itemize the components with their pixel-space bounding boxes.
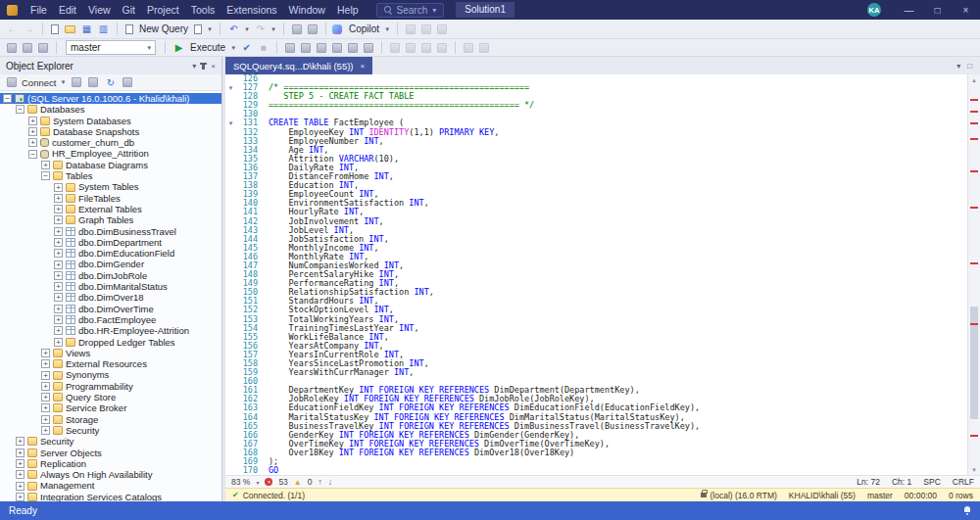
code-line[interactable]: ); <box>269 457 967 466</box>
chevron-down-icon[interactable]: ▾ <box>243 22 251 36</box>
prev-issue-icon[interactable]: ↑ <box>318 477 322 487</box>
scroll-down-icon[interactable]: ▼ <box>968 464 980 475</box>
expand-icon[interactable]: + <box>16 459 24 468</box>
expand-icon[interactable]: + <box>41 359 50 368</box>
tree-item[interactable]: +Database Diagrams <box>0 160 221 170</box>
expand-icon[interactable]: + <box>28 127 37 136</box>
fold-marker-icon[interactable]: ▾ <box>225 83 236 92</box>
tree-item[interactable]: +Query Store <box>0 392 221 402</box>
tree-item[interactable]: +dbo.DimJobRole <box>0 270 221 281</box>
code-line[interactable]: DistanceFromHome INT, <box>269 172 967 181</box>
object-explorer-header[interactable]: Object Explorer ▾ × <box>0 57 221 74</box>
tree-item[interactable]: +dbo.DimEducationField <box>0 248 221 259</box>
menu-window[interactable]: Window <box>283 4 331 16</box>
toolbar-extra-icon[interactable] <box>406 24 416 34</box>
tree-item[interactable]: −HR_Employee_Attrition <box>0 148 221 159</box>
menu-project[interactable]: Project <box>141 4 185 16</box>
undo-icon[interactable]: ↶ <box>226 22 241 36</box>
tree-item[interactable]: +System Databases <box>0 116 221 126</box>
code-line[interactable]: Attrition VARCHAR(10), <box>269 155 967 164</box>
stop-icon[interactable] <box>88 77 98 87</box>
warning-count[interactable]: 0 <box>308 477 313 487</box>
code-lines[interactable]: /* =====================================… <box>262 74 967 475</box>
expand-icon[interactable]: + <box>54 238 63 247</box>
tree-item[interactable]: +dbo.DimOverTime <box>0 304 221 314</box>
expand-icon[interactable]: + <box>16 437 24 446</box>
menu-extensions[interactable]: Extensions <box>220 4 282 16</box>
tree-item[interactable]: +System Tables <box>0 181 221 192</box>
tree-item[interactable]: +Dropped Ledger Tables <box>0 337 221 348</box>
tree-item[interactable]: +Service Broker <box>0 402 221 413</box>
redo-icon[interactable]: ↷ <box>253 22 268 36</box>
menu-help[interactable]: Help <box>331 4 365 16</box>
expand-icon[interactable]: + <box>54 260 63 269</box>
navigate-forward-icon[interactable]: → <box>22 22 36 36</box>
code-line[interactable]: Over18Key INT FOREIGN KEY REFERENCES Dim… <box>269 449 967 457</box>
tree-item[interactable]: −Tables <box>0 170 221 181</box>
new-query-button[interactable]: New Query <box>137 24 190 34</box>
expand-icon[interactable]: + <box>54 315 63 324</box>
available-databases-combo[interactable]: master ▾ <box>66 40 156 55</box>
expand-icon[interactable]: + <box>54 183 63 192</box>
expand-icon[interactable]: + <box>54 194 63 203</box>
comment-icon[interactable] <box>390 43 400 53</box>
code-line[interactable]: YearsWithCurrManager INT, <box>269 368 967 377</box>
connect-button[interactable]: Connect <box>22 77 56 88</box>
solution-name[interactable]: Solution1 <box>456 2 514 18</box>
actual-plan-icon[interactable] <box>317 43 326 53</box>
disconnect-icon[interactable] <box>23 43 32 53</box>
tree-item[interactable]: −(SQL Server 16.0.1000.6 - Khalid\khali) <box>0 93 221 104</box>
tree-item[interactable]: −Databases <box>0 104 221 115</box>
open-query-icon[interactable] <box>194 24 202 34</box>
query-options-icon[interactable] <box>332 43 342 53</box>
code-line[interactable]: JobInvolvement INT, <box>269 217 967 226</box>
results-to-text-icon[interactable] <box>364 43 373 53</box>
tree-item[interactable]: +dbo.DimGender <box>0 259 221 269</box>
expand-icon[interactable]: + <box>16 493 24 501</box>
expand-icon[interactable]: + <box>41 415 50 424</box>
tree-item[interactable]: +External Tables <box>0 204 221 214</box>
menu-file[interactable]: File <box>24 4 53 16</box>
collapse-icon[interactable]: − <box>28 150 37 159</box>
menu-view[interactable]: View <box>82 4 117 16</box>
notifications-bell-icon[interactable] <box>963 506 971 515</box>
connect-icon[interactable] <box>7 43 17 53</box>
registered-servers-icon[interactable] <box>308 24 318 34</box>
toolbar-extra-icon[interactable] <box>421 24 431 34</box>
copilot-icon[interactable] <box>332 24 342 34</box>
error-count[interactable]: 53 <box>278 477 287 487</box>
chevron-down-icon[interactable]: ▾ <box>270 22 277 36</box>
cancel-query-icon[interactable]: ■ <box>256 40 270 55</box>
code-editor[interactable]: ▾▾ 1261271281291301311321331341351361371… <box>225 74 980 475</box>
tree-item[interactable]: +customer_churn_db <box>0 137 221 148</box>
chevron-down-icon[interactable]: ▾ <box>432 6 436 15</box>
tree-item[interactable]: +Views <box>0 348 221 358</box>
title-search[interactable]: Search ▾ <box>376 3 445 18</box>
line-indicator[interactable]: Ln: 72 <box>857 477 880 487</box>
tree-item[interactable]: +Integration Services Catalogs <box>0 492 221 501</box>
expand-icon[interactable]: + <box>54 215 63 224</box>
chevron-down-icon[interactable]: ▾ <box>229 40 237 55</box>
expand-icon[interactable]: + <box>16 470 24 479</box>
tree-item[interactable]: +dbo.DimOver18 <box>0 292 221 303</box>
expand-icon[interactable]: + <box>41 371 50 380</box>
tab-close-icon[interactable]: × <box>361 62 366 71</box>
code-line[interactable]: EnvironmentSatisfaction INT, <box>269 199 967 208</box>
tree-item[interactable]: +Always On High Availability <box>0 469 221 480</box>
tree-item[interactable]: +dbo.FactEmployee <box>0 314 221 325</box>
new-query-icon[interactable] <box>125 24 133 34</box>
collapse-icon[interactable]: − <box>3 94 12 103</box>
expand-icon[interactable]: + <box>41 403 50 412</box>
tree-item[interactable]: +dbo.HR-Employee-Attrition <box>0 325 221 336</box>
toolbar-extra-icon[interactable] <box>437 24 447 34</box>
tree-item[interactable]: +External Resources <box>0 358 221 369</box>
tree-item[interactable]: +Programmability <box>0 381 221 392</box>
expand-icon[interactable]: + <box>41 393 50 402</box>
tree-item[interactable]: +Security <box>0 436 221 447</box>
save-icon[interactable]: ▦ <box>79 22 94 36</box>
toolbar-extra-icon[interactable] <box>464 43 473 53</box>
code-line[interactable]: GO <box>269 466 967 475</box>
restore-button[interactable]: □ <box>923 0 952 20</box>
avatar[interactable]: KA <box>867 3 881 17</box>
connect-plug-icon[interactable] <box>7 77 17 87</box>
